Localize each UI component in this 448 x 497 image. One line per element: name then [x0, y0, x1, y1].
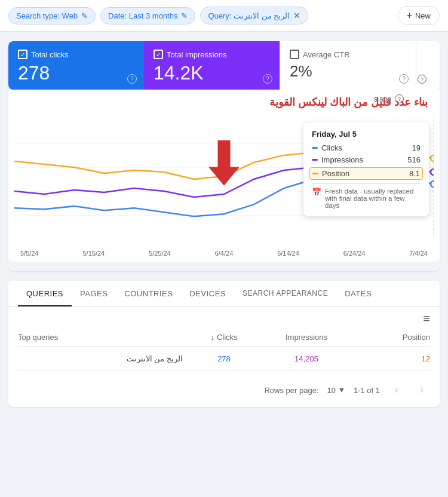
tooltip-note-text: Fresh data - usually replaced with final…: [325, 188, 421, 209]
filter-chip-query[interactable]: Query: الربح من الانترنت ✕: [200, 7, 308, 24]
tab-search-appearance[interactable]: SEARCH APPEARANCE: [234, 281, 336, 306]
clicks-label: Total clicks: [31, 50, 69, 59]
svg-point-6: [431, 169, 434, 175]
main-content: Total clicks 278 ? Total impressions 14.…: [0, 32, 448, 416]
filter-chip-search-type[interactable]: Search type: Web ✎: [8, 7, 96, 24]
x-label-1: 5/15/24: [82, 250, 105, 257]
chart-container: s ago ? بناء عدد قليل من الباك لينكس الق…: [8, 90, 440, 262]
tooltip-note: 📅 Fresh data - usually replaced with fin…: [312, 188, 421, 209]
x-label-2: 5/25/24: [149, 250, 171, 257]
red-arrow-icon: [206, 140, 242, 182]
chart-tooltip: Friday, Jul 5 Clicks 19 Impressions 516: [303, 122, 429, 216]
x-label-0: 5/5/24: [20, 250, 39, 257]
impressions-checkbox[interactable]: [154, 50, 163, 59]
tooltip-position-label: Position: [322, 169, 349, 178]
impressions-help-icon[interactable]: ?: [263, 74, 272, 84]
tooltip-position-value: 8.1: [409, 169, 420, 178]
x-label-4: 6/14/24: [277, 250, 299, 257]
svg-marker-0: [209, 140, 239, 185]
chip-label: Search type: Web: [16, 11, 78, 20]
clicks-cell: 278: [183, 354, 265, 363]
rows-per-page-label: Rows per page:: [264, 386, 318, 395]
impressions-dot: [312, 159, 318, 161]
next-page-button[interactable]: ›: [413, 382, 430, 398]
col-header-clicks: ↓ Clicks: [183, 333, 265, 342]
col-header-position: Position: [348, 333, 430, 342]
metric-average-ctr: Average CTR 2% ?: [280, 41, 416, 90]
close-icon[interactable]: ✕: [293, 11, 300, 20]
rows-value: 10: [327, 386, 336, 395]
metric-total-impressions: Total impressions 14.2K ?: [144, 41, 280, 90]
chart-annotation: بناء عدد قليل من الباك لينكس القوية: [269, 96, 428, 109]
svg-point-7: [431, 155, 434, 161]
filter-chip-date[interactable]: Date: Last 3 months ✎: [100, 7, 195, 24]
position-cell: 12: [348, 354, 430, 363]
tabs: QUERIES PAGES COUNTRIES DEVICES SEARCH A…: [8, 281, 440, 307]
tab-queries[interactable]: QUERIES: [18, 281, 72, 306]
clicks-checkbox[interactable]: [18, 50, 27, 59]
calendar-icon: 📅: [312, 188, 321, 197]
x-axis: 5/5/24 5/15/24 5/25/24 6/4/24 6/14/24 6/…: [14, 247, 434, 262]
col-header-query: Top queries: [18, 333, 183, 342]
query-cell: الربح من الانترنت: [18, 354, 183, 363]
ctr-checkbox[interactable]: [290, 50, 299, 59]
filter-lines-icon[interactable]: ≡: [423, 312, 430, 326]
filter-row: ≡: [8, 307, 440, 328]
col-header-impressions: Impressions: [265, 333, 348, 342]
plus-icon: +: [407, 10, 412, 21]
table-header: Top queries ↓ Clicks Impressions Positio…: [18, 328, 430, 347]
sort-down-icon: ↓: [210, 333, 214, 342]
ctr-help-icon[interactable]: ?: [399, 74, 409, 84]
bottom-section: QUERIES PAGES COUNTRIES DEVICES SEARCH A…: [8, 281, 440, 407]
extra-help-icon[interactable]: ?: [418, 75, 426, 84]
chip-label: Query: الربح من الانترنت: [208, 11, 290, 20]
table-container: Top queries ↓ Clicks Impressions Positio…: [8, 328, 440, 376]
x-label-6: 7/4/24: [409, 250, 428, 257]
table-row: الربح من الانترنت 278 14,205 12: [18, 347, 430, 371]
edit-icon[interactable]: ✎: [81, 11, 88, 20]
prev-page-button[interactable]: ‹: [388, 382, 405, 398]
chip-label: Date: Last 3 months: [108, 11, 177, 20]
rows-per-page-select[interactable]: 10 ▼: [327, 386, 345, 395]
tab-pages[interactable]: PAGES: [72, 281, 116, 306]
tooltip-clicks-value: 19: [412, 143, 421, 152]
x-label-5: 6/24/24: [343, 250, 366, 257]
tooltip-row-impressions: Impressions 516: [312, 155, 421, 164]
impressions-label: Total impressions: [167, 50, 226, 59]
pagination: Rows per page: 10 ▼ 1-1 of 1 ‹ ›: [8, 376, 440, 407]
tooltip-row-position: Position 8.1: [309, 167, 423, 180]
x-label-3: 6/4/24: [215, 250, 234, 257]
tooltip-date: Friday, Jul 5: [312, 130, 421, 139]
ctr-value: 2%: [290, 63, 406, 80]
tooltip-divider: [312, 183, 421, 184]
tab-countries[interactable]: COUNTRIES: [116, 281, 181, 306]
clicks-help-icon[interactable]: ?: [127, 74, 137, 84]
tooltip-impressions-value: 516: [407, 155, 421, 164]
metric-total-clicks: Total clicks 278 ?: [8, 41, 144, 90]
ctr-label: Average CTR: [303, 50, 350, 59]
svg-point-5: [431, 181, 434, 187]
new-button-label: New: [415, 11, 431, 20]
metrics-row: Total clicks 278 ? Total impressions 14.…: [8, 41, 440, 90]
tooltip-row-clicks: Clicks 19: [312, 143, 421, 152]
new-button[interactable]: + New: [398, 6, 440, 25]
pagination-count: 1-1 of 1: [354, 386, 380, 395]
clicks-value: 278: [18, 63, 134, 84]
clicks-dot: [312, 147, 318, 149]
position-dot: [312, 173, 318, 174]
edit-icon[interactable]: ✎: [181, 11, 188, 20]
tooltip-clicks-label: Clicks: [321, 143, 342, 152]
tab-devices[interactable]: DEVICES: [181, 281, 234, 306]
dropdown-arrow-icon: ▼: [338, 386, 345, 394]
tab-dates[interactable]: DATES: [336, 281, 380, 306]
impressions-value: 14.2K: [154, 63, 270, 84]
tooltip-impressions-label: Impressions: [321, 155, 363, 164]
filter-bar: Search type: Web ✎ Date: Last 3 months ✎…: [0, 0, 448, 32]
impressions-cell: 14,205: [265, 354, 348, 363]
